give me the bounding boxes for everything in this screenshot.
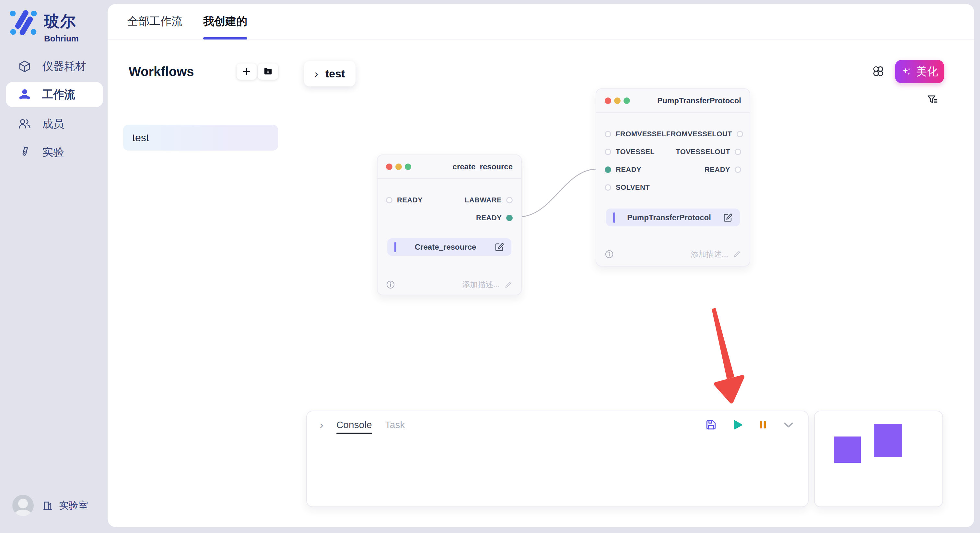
port-dot-connected[interactable] <box>506 215 513 221</box>
minimap-node <box>874 424 902 457</box>
node-action-pill[interactable]: PumpTransferProtocol <box>606 209 740 226</box>
sidebar-item-members[interactable]: 成员 <box>6 111 103 136</box>
info-icon[interactable] <box>386 280 395 289</box>
logo-subtitle: Bohrium <box>44 34 79 44</box>
run-button[interactable] <box>731 418 744 431</box>
workflow-canvas[interactable]: › test 美化 <box>285 40 974 527</box>
port-dot[interactable] <box>386 197 393 203</box>
input-port-solvent[interactable]: SOLVENT <box>605 183 650 192</box>
port-label: TOVESSEL <box>616 148 655 156</box>
port-dot[interactable] <box>605 184 611 191</box>
add-workflow-button[interactable] <box>237 63 257 80</box>
node-header[interactable]: PumpTransferProtocol <box>596 89 749 113</box>
port-dot[interactable] <box>735 167 741 173</box>
edit-icon[interactable] <box>495 242 504 252</box>
port-label: READY <box>397 196 423 204</box>
workflows-panel: Workflows <box>108 40 285 527</box>
description-placeholder: 添加描述... <box>690 249 728 259</box>
input-port-ready[interactable]: READY <box>386 196 423 204</box>
port-label: READY <box>476 214 502 222</box>
experiment-icon <box>18 146 31 159</box>
red-dot-icon <box>605 97 611 104</box>
node-create-resource[interactable]: create_resource READY LABWARE <box>377 154 522 295</box>
port-dot[interactable] <box>605 131 611 137</box>
port-label: LABWARE <box>465 196 502 204</box>
port-dot[interactable] <box>605 149 611 155</box>
tab-created-by-me[interactable]: 我创建的 <box>203 4 247 39</box>
sidebar-item-label: 成员 <box>42 117 64 132</box>
sidebar-item-experiments[interactable]: 实验 <box>6 140 103 165</box>
sidebar-item-label: 仪器耗材 <box>42 59 86 74</box>
port-label: SOLVENT <box>616 183 650 192</box>
console-tab-label: Console <box>336 419 372 430</box>
node-footer: 添加描述... <box>605 247 741 261</box>
pause-button[interactable] <box>757 419 768 430</box>
pill-label: Create_resource <box>396 243 495 252</box>
port-dot[interactable] <box>737 131 743 137</box>
green-dot-icon <box>624 97 630 104</box>
minimap[interactable] <box>814 411 943 507</box>
node-description-field[interactable]: 添加描述... <box>690 249 741 259</box>
port-label: FROMVESSELOUT <box>666 130 732 138</box>
node-title: create_resource <box>453 162 513 171</box>
user-avatar[interactable] <box>12 495 34 516</box>
output-port-ready[interactable]: READY <box>476 214 513 222</box>
node-action-pill[interactable]: Create_resource <box>387 238 511 256</box>
pencil-icon <box>733 250 741 259</box>
workflow-tabbar: 全部工作流 我创建的 <box>108 4 974 40</box>
pencil-icon <box>504 281 513 289</box>
node-footer: 添加描述... <box>386 278 513 292</box>
console-output-area[interactable] <box>307 438 808 506</box>
building-icon <box>42 499 54 512</box>
minimap-node <box>834 436 861 463</box>
collapse-console-button[interactable] <box>782 418 795 431</box>
port-label: FROMVESSEL <box>616 130 666 138</box>
console-panel: › Console Task <box>306 411 808 507</box>
tab-console[interactable]: Console <box>336 411 372 438</box>
chevron-right-icon: › <box>315 67 318 80</box>
node-description-field[interactable]: 添加描述... <box>462 279 513 290</box>
input-port-ready[interactable]: READY <box>605 165 641 174</box>
tab-task[interactable]: Task <box>385 411 405 438</box>
console-tab-label: Task <box>385 419 405 430</box>
console-header: › Console Task <box>307 411 808 438</box>
port-dot[interactable] <box>506 197 513 203</box>
sidebar-item-label: 实验 <box>42 145 64 160</box>
output-port-ready[interactable]: READY <box>705 165 741 174</box>
port-label: READY <box>705 165 730 174</box>
import-folder-button[interactable] <box>258 63 278 80</box>
workflows-panel-title: Workflows <box>129 65 194 79</box>
info-icon[interactable] <box>605 250 614 259</box>
description-placeholder: 添加描述... <box>462 279 500 290</box>
node-header[interactable]: create_resource <box>377 155 521 179</box>
traffic-light-dots <box>386 163 411 170</box>
filter-icon[interactable] <box>926 94 939 106</box>
input-port-fromvessel[interactable]: FROMVESSEL <box>605 130 666 138</box>
workflow-list-item-test[interactable]: test <box>123 125 278 151</box>
beautify-button[interactable]: 美化 <box>895 60 944 83</box>
canvas-breadcrumb-test[interactable]: › test <box>304 61 355 86</box>
workspace-switcher[interactable]: 实验室 <box>42 499 88 512</box>
bohrium-logo-icon <box>10 9 37 36</box>
command-palette-button[interactable] <box>872 65 885 78</box>
green-dot-icon <box>405 163 411 170</box>
port-dot-connected[interactable] <box>605 167 611 173</box>
app-root: 玻尔 Bohrium 仪器耗材 工作流 <box>0 0 980 533</box>
chevron-right-icon[interactable]: › <box>320 419 323 431</box>
team-icon <box>18 88 31 101</box>
port-dot[interactable] <box>735 149 741 155</box>
output-port-tovesselout[interactable]: TOVESSELOUT <box>676 148 741 156</box>
sparkles-icon <box>901 66 912 77</box>
red-dot-icon <box>386 163 393 170</box>
input-port-tovessel[interactable]: TOVESSEL <box>605 148 655 156</box>
workflow-item-name: test <box>132 132 149 144</box>
node-pump-transfer-protocol[interactable]: PumpTransferProtocol FROMVESSEL FROMVESS… <box>596 89 750 266</box>
sidebar-item-consumables[interactable]: 仪器耗材 <box>6 54 103 79</box>
output-port-fromvesselout[interactable]: FROMVESSELOUT <box>666 130 743 138</box>
output-port-labware[interactable]: LABWARE <box>465 196 513 204</box>
edit-icon[interactable] <box>723 213 733 222</box>
save-button[interactable] <box>705 419 717 431</box>
sidebar-item-workflows[interactable]: 工作流 <box>6 82 103 107</box>
tab-all-workflows[interactable]: 全部工作流 <box>127 4 183 39</box>
logo-title: 玻尔 <box>44 11 79 32</box>
